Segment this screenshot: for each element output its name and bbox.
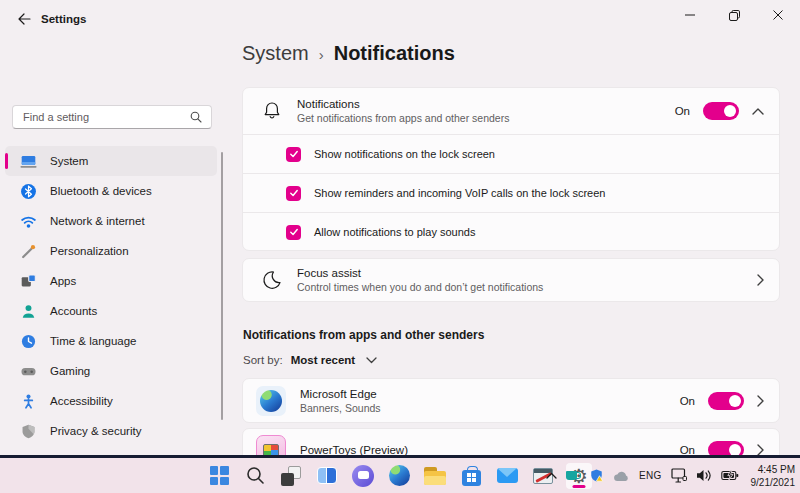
restore-button[interactable] xyxy=(712,0,756,30)
checkbox-checked-icon[interactable] xyxy=(286,225,301,240)
task-view-icon xyxy=(281,466,301,486)
sidebar-item-label: Time & language xyxy=(50,335,137,347)
sort-value: Most recent xyxy=(291,354,356,366)
app-toggle-label: On xyxy=(680,395,695,407)
sidebar-item-label: Personalization xyxy=(50,245,129,257)
file-explorer-button[interactable] xyxy=(422,463,448,489)
moon-icon xyxy=(261,269,283,291)
sidebar-scrollbar[interactable] xyxy=(221,152,223,420)
sort-label: Sort by: xyxy=(243,354,283,366)
sidebar-item-apps[interactable]: Apps xyxy=(5,266,217,296)
notifications-toggle[interactable] xyxy=(703,102,739,120)
sidebar-item-label: Accounts xyxy=(50,305,97,317)
task-view-button[interactable] xyxy=(278,463,304,489)
notifications-toggle-label: On xyxy=(675,105,690,117)
person-icon xyxy=(20,303,37,320)
widgets-button[interactable] xyxy=(314,463,340,489)
gamepad-icon xyxy=(20,363,37,380)
mail-envelope-icon xyxy=(497,468,518,483)
sidebar-item-accessibility[interactable]: Accessibility xyxy=(5,386,217,416)
speaker-icon[interactable] xyxy=(696,469,712,482)
back-button[interactable] xyxy=(12,8,36,30)
sort-dropdown[interactable]: Sort by: Most recent xyxy=(243,354,377,366)
onedrive-cloud-icon[interactable] xyxy=(613,470,630,482)
search-input[interactable] xyxy=(13,111,190,123)
notifications-header-row[interactable]: Notifications Get notifications from app… xyxy=(243,88,779,134)
edge-taskbar-button[interactable] xyxy=(386,463,412,489)
bluetooth-icon xyxy=(20,183,37,200)
sidebar-item-label: Gaming xyxy=(50,365,90,377)
notifications-title: Notifications xyxy=(297,98,675,110)
checkbox-checked-icon[interactable] xyxy=(286,186,301,201)
search-icon[interactable] xyxy=(190,111,202,123)
cup-tray-icon[interactable] xyxy=(566,471,580,480)
taskbar: ⚙ ENG 4:45 PM 9/21/2021 xyxy=(0,458,800,493)
sidebar-item-system[interactable]: System xyxy=(5,146,217,176)
store-button[interactable] xyxy=(458,463,484,489)
start-button[interactable] xyxy=(206,463,232,489)
hidden-icons-chevron-icon[interactable] xyxy=(546,472,557,479)
breadcrumb-root[interactable]: System xyxy=(242,42,309,65)
battery-icon[interactable] xyxy=(721,470,739,481)
focus-assist-subtitle: Control times when you do and don’t get … xyxy=(297,281,757,293)
sidebar-item-accounts[interactable]: Accounts xyxy=(5,296,217,326)
sidebar-item-bluetooth-devices[interactable]: Bluetooth & devices xyxy=(5,176,217,206)
close-button[interactable] xyxy=(756,0,800,30)
sidebar-item-time-language[interactable]: Time & language xyxy=(5,326,217,356)
edge-notifications-toggle[interactable] xyxy=(708,392,744,410)
sidebar-item-label: System xyxy=(50,155,88,167)
bell-icon xyxy=(261,100,283,122)
sidebar-item-label: Apps xyxy=(50,275,76,287)
wifi-icon xyxy=(20,213,37,230)
chevron-right-icon xyxy=(757,395,764,407)
sidebar-item-label: Privacy & security xyxy=(50,425,141,437)
folder-icon xyxy=(424,467,446,485)
option-play-sounds[interactable]: Allow notifications to play sounds xyxy=(243,212,779,251)
shield-icon xyxy=(20,423,37,440)
security-shield-icon[interactable] xyxy=(589,468,604,483)
system-tray: ENG 4:45 PM 9/21/2021 xyxy=(546,458,795,493)
apps-section-header: Notifications from apps and other sender… xyxy=(243,328,484,342)
search-icon xyxy=(246,466,265,485)
taskbar-clock[interactable]: 4:45 PM 9/21/2021 xyxy=(751,463,796,489)
focus-assist-card[interactable]: Focus assist Control times when you do a… xyxy=(242,258,780,302)
back-arrow-icon xyxy=(17,13,31,25)
sidebar-item-gaming[interactable]: Gaming xyxy=(5,356,217,386)
option-label: Show reminders and incoming VoIP calls o… xyxy=(314,187,605,199)
taskbar-search-button[interactable] xyxy=(242,463,268,489)
option-label: Allow notifications to play sounds xyxy=(314,226,475,238)
network-display-icon[interactable] xyxy=(671,468,687,483)
notifications-subtitle: Get notifications from apps and other se… xyxy=(297,112,675,124)
system-icon xyxy=(20,153,37,170)
store-bag-icon xyxy=(462,470,481,486)
edge-icon xyxy=(389,465,410,486)
apps-icon xyxy=(20,273,37,290)
window-title: Settings xyxy=(41,13,86,25)
mail-button[interactable] xyxy=(494,463,520,489)
sidebar-item-label: Network & internet xyxy=(50,215,145,227)
titlebar: Settings xyxy=(0,0,800,36)
edge-app-icon xyxy=(256,386,286,416)
chevron-down-icon xyxy=(366,357,377,364)
taskbar-icons: ⚙ xyxy=(206,458,592,493)
chevron-right-icon xyxy=(757,274,764,286)
breadcrumb-separator-icon: › xyxy=(319,44,324,63)
sidebar-item-label: Bluetooth & devices xyxy=(50,185,152,197)
checkbox-checked-icon[interactable] xyxy=(286,147,301,162)
breadcrumb: System › Notifications xyxy=(242,42,455,65)
chat-button[interactable] xyxy=(350,463,376,489)
sidebar-item-personalization[interactable]: Personalization xyxy=(5,236,217,266)
sidebar-item-privacy-security[interactable]: Privacy & security xyxy=(5,416,217,446)
notifications-card: Notifications Get notifications from app… xyxy=(242,87,780,251)
minimize-button[interactable] xyxy=(668,0,712,30)
windows-logo-icon xyxy=(210,466,229,485)
option-reminders-voip[interactable]: Show reminders and incoming VoIP calls o… xyxy=(243,173,779,212)
chevron-up-icon[interactable] xyxy=(752,108,764,115)
option-lock-screen-notifications[interactable]: Show notifications on the lock screen xyxy=(243,134,779,173)
sidebar-item-network-internet[interactable]: Network & internet xyxy=(5,206,217,236)
app-detail: Banners, Sounds xyxy=(300,402,680,414)
app-row-microsoft-edge[interactable]: Microsoft Edge Banners, Sounds On xyxy=(242,378,780,423)
option-label: Show notifications on the lock screen xyxy=(314,148,495,160)
sidebar-item-label: Accessibility xyxy=(50,395,113,407)
language-indicator[interactable]: ENG xyxy=(639,470,662,481)
